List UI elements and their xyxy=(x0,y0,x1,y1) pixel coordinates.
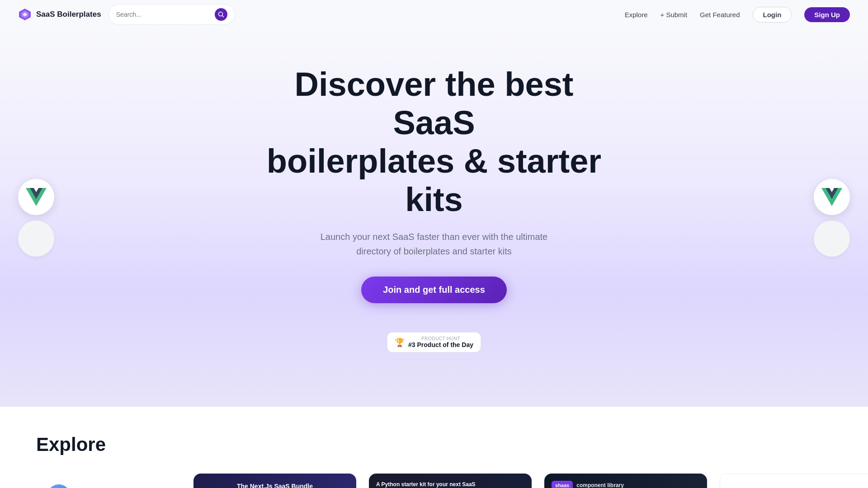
author-card: Hey, I'm Bren Kinfa 👋 I'm the maker of t… xyxy=(36,474,181,488)
card-title-python: A Python starter kit for your next SaaS xyxy=(376,481,524,488)
floating-bottom-left xyxy=(18,221,54,257)
search-input[interactable] xyxy=(116,11,211,18)
product-card-shaas[interactable]: shaas component library xyxy=(544,474,707,488)
product-card-python[interactable]: A Python starter kit for your next SaaS … xyxy=(369,474,532,488)
hero-title: Discover the best SaaS boilerplates & st… xyxy=(253,65,615,219)
explore-grid: Hey, I'm Bren Kinfa 👋 I'm the maker of t… xyxy=(36,474,832,488)
avatar xyxy=(47,484,71,488)
search-button[interactable] xyxy=(215,8,227,21)
product-card-nextjs[interactable]: The Next.Js SaaS Bundle SaaS Kit Landing… xyxy=(193,474,356,488)
ph-rank: #3 Product of the Day xyxy=(408,341,473,348)
product-hunt-badge-wrapper: 🏆 PRODUCT HUNT #3 Product of the Day xyxy=(18,318,850,352)
card-content-nextjs: The Next.Js SaaS Bundle SaaS Kit Landing… xyxy=(193,474,356,488)
explore-title: Explore xyxy=(36,434,832,455)
floating-card-right xyxy=(814,179,850,257)
explore-section: Explore Hey, I'm Bren Kinfa 👋 I'm the ma… xyxy=(0,407,868,488)
card-content-shaas: shaas component library xyxy=(544,474,707,488)
ph-text: PRODUCT HUNT #3 Product of the Day xyxy=(408,336,473,348)
navbar: SaaS Boilerplates Explore + Submit Get F… xyxy=(0,0,868,29)
swirl-logo xyxy=(756,483,846,488)
card3-header: shaas component library xyxy=(552,481,700,488)
brand-name: SaaS Boilerplates xyxy=(36,10,101,19)
author-header: Hey, I'm Bren Kinfa 👋 xyxy=(47,484,170,488)
signup-button[interactable]: Sign Up xyxy=(804,7,850,22)
card3-title: component library xyxy=(576,482,624,488)
logo-icon xyxy=(18,8,32,21)
card-content-python: A Python starter kit for your next SaaS … xyxy=(369,474,532,488)
trophy-icon: 🏆 xyxy=(395,338,405,347)
hero-subtitle: Launch your next SaaS faster than ever w… xyxy=(307,230,561,258)
nav-submit[interactable]: + Submit xyxy=(660,11,687,19)
nav-explore[interactable]: Explore xyxy=(625,11,648,19)
product-card-abstract[interactable] xyxy=(720,474,868,488)
search-icon xyxy=(218,11,224,18)
nav-get-featured[interactable]: Get Featured xyxy=(700,11,740,19)
vue-logo-circle-right xyxy=(814,179,850,215)
cta-button[interactable]: Join and get full access xyxy=(361,277,507,303)
product-hunt-badge: 🏆 PRODUCT HUNT #3 Product of the Day xyxy=(387,332,481,352)
hero-section: Discover the best SaaS boilerplates & st… xyxy=(0,29,868,407)
vue-icon xyxy=(26,188,47,206)
login-button[interactable]: Login xyxy=(753,7,792,23)
logo[interactable]: SaaS Boilerplates xyxy=(18,8,101,21)
card-content-abstract xyxy=(720,474,868,488)
floating-card-left xyxy=(18,179,54,257)
shaas-logo: shaas xyxy=(552,481,573,488)
floating-bottom-right xyxy=(814,221,850,257)
svg-line-4 xyxy=(222,16,223,17)
ph-platform: PRODUCT HUNT xyxy=(408,336,473,341)
nav-right: Explore + Submit Get Featured Login Sign… xyxy=(625,7,850,23)
vue-icon-right xyxy=(821,188,842,206)
search-bar[interactable] xyxy=(108,4,235,25)
nav-left: SaaS Boilerplates xyxy=(18,4,235,25)
card-title: The Next.Js SaaS Bundle xyxy=(203,483,347,488)
vue-logo-circle xyxy=(18,179,54,215)
